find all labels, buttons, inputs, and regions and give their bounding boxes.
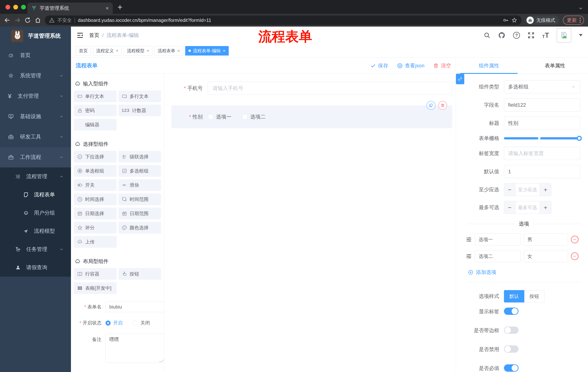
status-off-radio[interactable]: 关闭 bbox=[133, 320, 150, 326]
disabled-toggle[interactable] bbox=[504, 345, 518, 353]
palette-item-time-picker[interactable]: 时间选择 bbox=[74, 193, 117, 205]
slider-handle[interactable] bbox=[577, 136, 582, 141]
tab-close-icon[interactable]: × bbox=[105, 5, 109, 11]
palette-item-color-picker[interactable]: 颜色选择 bbox=[118, 222, 161, 234]
tab-form-props[interactable]: 表单属性 bbox=[522, 58, 588, 74]
tab-component-props[interactable]: 组件属性 bbox=[456, 58, 522, 74]
label-width-input[interactable] bbox=[504, 147, 580, 160]
url-text[interactable]: dashboard.yudao.iocoder.cn/bpm/manager/f… bbox=[78, 18, 500, 23]
option-name-input[interactable]: 选项一 bbox=[475, 234, 521, 245]
tag-close-icon[interactable]: × bbox=[177, 49, 180, 53]
close-window-button[interactable] bbox=[5, 5, 10, 10]
tag-process-form[interactable]: 流程表单× bbox=[155, 46, 183, 55]
sidebar-item-task-mgmt[interactable]: 任务管理 bbox=[0, 240, 71, 258]
stepper-increase-button[interactable]: + bbox=[540, 183, 551, 196]
github-icon[interactable] bbox=[498, 32, 505, 39]
gender-option-2[interactable]: 选项二 bbox=[242, 113, 266, 120]
palette-item-button[interactable]: 按钮 bbox=[118, 268, 161, 280]
component-type-select[interactable]: 多选框组 bbox=[504, 80, 580, 93]
option-value-input[interactable]: 男 bbox=[524, 234, 568, 245]
sidebar-item-home[interactable]: 首页 bbox=[0, 45, 71, 65]
phone-field[interactable]: 手机号 请输入手机号 bbox=[171, 82, 452, 95]
remove-option-button[interactable]: − bbox=[571, 252, 578, 260]
form-canvas[interactable]: 手机号 请输入手机号 bbox=[164, 74, 456, 372]
remove-option-button[interactable]: − bbox=[571, 236, 578, 243]
font-size-icon[interactable]: TT bbox=[542, 32, 549, 39]
sidebar-logo[interactable]: 芋道管理系统 bbox=[0, 27, 71, 45]
phone-input[interactable]: 请输入手机号 bbox=[208, 82, 452, 95]
tag-process-form-edit[interactable]: 流程表单-编辑× bbox=[185, 46, 229, 55]
palette-item-date-picker[interactable]: 日期选择 bbox=[74, 208, 117, 219]
reload-icon[interactable] bbox=[24, 17, 31, 23]
clear-button[interactable]: 清空 bbox=[433, 62, 451, 69]
status-on-radio[interactable]: 开启 bbox=[105, 320, 123, 326]
checkbox-unchecked[interactable] bbox=[242, 114, 247, 119]
minimize-window-button[interactable] bbox=[13, 5, 18, 10]
home-icon[interactable] bbox=[35, 17, 41, 23]
browser-update-button[interactable]: 更新 bbox=[563, 16, 584, 25]
style-button-button[interactable]: 按钮 bbox=[524, 290, 544, 302]
sidebar-item-process-model[interactable]: 流程模型 bbox=[0, 222, 71, 240]
stepper-decrease-button[interactable]: − bbox=[504, 183, 515, 196]
browser-menu-kebab-icon[interactable] bbox=[580, 18, 581, 23]
tag-close-icon[interactable]: × bbox=[223, 49, 225, 53]
form-name-input[interactable] bbox=[105, 302, 164, 312]
forward-icon[interactable] bbox=[14, 17, 21, 23]
gender-option-1[interactable]: 选项一 bbox=[208, 113, 231, 120]
palette-item-switch[interactable]: 开关 bbox=[74, 179, 117, 191]
palette-item-single-text[interactable]: 单行文本 bbox=[74, 90, 117, 102]
palette-item-multi-text[interactable]: 多行文本 bbox=[118, 90, 161, 102]
update-label[interactable]: 更新 bbox=[567, 17, 577, 23]
checkbox-unchecked[interactable] bbox=[208, 114, 213, 119]
password-key-icon[interactable] bbox=[503, 17, 508, 23]
save-button[interactable]: 保存 bbox=[370, 62, 388, 69]
avatar-caret-icon[interactable] bbox=[579, 34, 583, 36]
border-toggle[interactable] bbox=[504, 327, 518, 334]
sidebar-collapse-icon[interactable] bbox=[76, 32, 84, 39]
view-json-button[interactable]: 查看json bbox=[397, 62, 424, 69]
form-remark-textarea[interactable]: 嘿嘿 bbox=[105, 334, 164, 363]
palette-item-date-range[interactable]: 日期范围 bbox=[118, 208, 161, 219]
sidebar-item-process-mgmt[interactable]: 流程管理 bbox=[0, 167, 71, 186]
default-value-input[interactable] bbox=[504, 165, 580, 178]
show-label-toggle[interactable] bbox=[504, 308, 518, 315]
traffic-lights[interactable] bbox=[5, 5, 26, 10]
stepper-increase-button[interactable]: + bbox=[540, 201, 551, 214]
sidebar-item-workflow[interactable]: 工作流程 bbox=[0, 147, 71, 167]
breadcrumb-home[interactable]: 首页 bbox=[89, 32, 99, 39]
palette-item-upload[interactable]: 上传 bbox=[74, 236, 117, 248]
delete-component-button[interactable] bbox=[438, 101, 447, 110]
option-value-input[interactable]: 女 bbox=[524, 250, 568, 262]
drag-handle-icon[interactable] bbox=[466, 236, 472, 243]
tag-process-model[interactable]: 流程模型× bbox=[124, 46, 152, 55]
tag-process-definition[interactable]: 流程定义× bbox=[93, 46, 122, 55]
sidebar-item-system[interactable]: 系统管理 bbox=[0, 65, 71, 86]
tag-close-icon[interactable]: × bbox=[116, 49, 118, 53]
user-avatar-broken-image[interactable] bbox=[557, 28, 571, 43]
sidebar-item-payment[interactable]: ¥ 支付管理 bbox=[0, 86, 71, 106]
palette-item-password[interactable]: 密码 bbox=[74, 105, 117, 116]
tag-close-icon[interactable]: × bbox=[147, 49, 149, 53]
palette-item-row-container[interactable]: 行容器 bbox=[74, 268, 117, 280]
zoom-window-button[interactable] bbox=[21, 5, 26, 10]
tag-home[interactable]: 首页 bbox=[76, 46, 91, 55]
palette-item-cascader[interactable]: 级联选择 bbox=[118, 151, 161, 162]
palette-item-rate[interactable]: 评分 bbox=[74, 222, 117, 234]
drag-handle-icon[interactable] bbox=[466, 253, 472, 259]
palette-item-select[interactable]: 下拉选择 bbox=[74, 151, 117, 162]
max-select-stepper[interactable]: − 最多可选 + bbox=[504, 201, 551, 214]
link-icon[interactable] bbox=[456, 74, 464, 84]
address-bar[interactable]: 不安全 dashboard.yudao.iocoder.cn/bpm/manag… bbox=[45, 15, 522, 25]
palette-item-time-range[interactable]: 时间范围 bbox=[118, 193, 161, 205]
style-default-button[interactable]: 默认 bbox=[504, 290, 524, 302]
required-toggle[interactable] bbox=[504, 364, 518, 372]
add-option-button[interactable]: 添加选项 bbox=[468, 269, 588, 276]
new-tab-button[interactable]: + bbox=[117, 3, 122, 11]
field-name-input[interactable] bbox=[504, 98, 580, 112]
palette-item-counter[interactable]: 123 计数器 bbox=[118, 105, 161, 116]
fullscreen-icon[interactable] bbox=[528, 32, 535, 39]
sidebar-item-infra[interactable]: 基础设施 bbox=[0, 106, 71, 127]
title-input[interactable] bbox=[504, 117, 580, 130]
palette-item-editor[interactable]: 编辑器 bbox=[74, 119, 117, 130]
palette-item-slider[interactable]: 滑块 bbox=[118, 179, 161, 191]
